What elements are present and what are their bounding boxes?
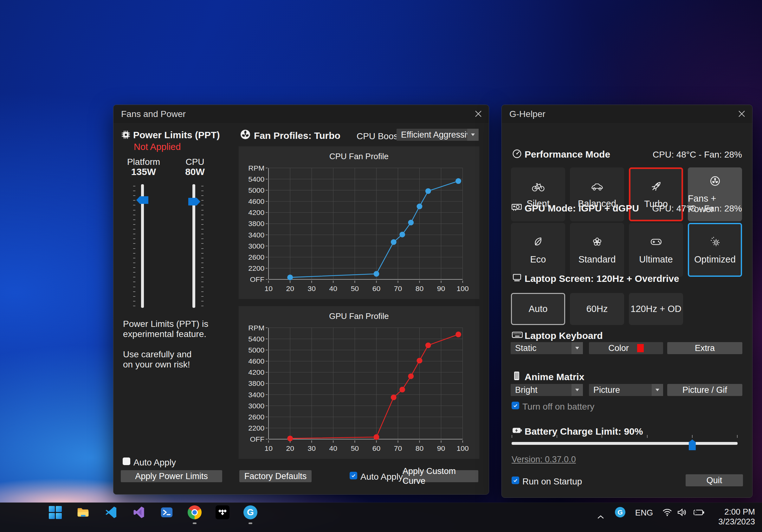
svg-text:70: 70	[394, 444, 402, 452]
speaker-icon[interactable]	[676, 507, 688, 517]
version-link[interactable]: Version: 0.37.0.0	[511, 455, 576, 465]
svg-text:OFF: OFF	[250, 275, 265, 283]
svg-text:3400: 3400	[248, 391, 265, 399]
svg-text:2600: 2600	[248, 413, 265, 421]
power-limits-status: Not Applied	[134, 142, 181, 152]
chevron-down-icon[interactable]	[652, 384, 663, 396]
ghelper-window-title: G-Helper	[509, 109, 546, 119]
leaf-icon	[532, 235, 545, 250]
svg-text:10: 10	[265, 284, 272, 293]
screen-button-auto[interactable]: Auto	[511, 293, 565, 325]
fans-window-titlebar[interactable]: Fans and Power	[114, 105, 489, 123]
gpu-mode-title: GPU Mode: iGPU + dGPU	[525, 203, 639, 214]
clock[interactable]: 2:00 PM 3/23/2023	[718, 507, 755, 527]
turn-off-on-battery-checkbox[interactable]	[511, 402, 519, 409]
gamepad-icon	[649, 235, 663, 250]
idea-gear-icon	[709, 235, 722, 250]
run-on-startup-checkbox[interactable]	[511, 477, 519, 484]
tray-chevron-up-icon[interactable]	[595, 512, 606, 522]
factory-defaults-button[interactable]: Factory Defaults	[239, 470, 312, 482]
svg-text:60: 60	[372, 284, 380, 293]
svg-text:80: 80	[416, 284, 423, 293]
cpu-boost-dropdown[interactable]: Efficient Aggressive	[397, 129, 479, 141]
power-auto-apply-checkbox[interactable]	[123, 458, 130, 465]
anime-content-dropdown[interactable]: Picture	[589, 384, 663, 396]
svg-text:RPM: RPM	[248, 324, 265, 332]
platform-label: Platform	[126, 157, 161, 167]
svg-text:30: 30	[308, 444, 316, 452]
svg-text:5400: 5400	[248, 175, 265, 183]
fan-icon	[709, 174, 722, 189]
start-button[interactable]	[48, 505, 62, 520]
svg-text:50: 50	[351, 284, 359, 293]
svg-text:20: 20	[286, 444, 294, 452]
clock-time: 2:00 PM	[718, 507, 755, 517]
language-indicator[interactable]: ENG	[635, 508, 653, 517]
gpu-button-standard[interactable]: Standard	[570, 223, 624, 277]
svg-text:4200: 4200	[248, 208, 265, 216]
power-auto-apply-label: Auto Apply	[133, 458, 176, 468]
vscode-icon[interactable]	[104, 505, 118, 520]
tidal-icon[interactable]	[215, 505, 230, 520]
power-limits-note: Power Limits (PPT) is experimental featu…	[123, 319, 208, 370]
close-icon[interactable]	[735, 108, 748, 120]
svg-text:5000: 5000	[248, 186, 265, 194]
screen-button-120hz-od[interactable]: 120Hz + OD	[629, 293, 683, 325]
anime-picture-gif-button[interactable]: Picture / Gif	[667, 384, 742, 396]
keyboard-color-button[interactable]: Color	[589, 342, 663, 354]
chevron-down-icon[interactable]	[572, 342, 583, 354]
svg-text:5000: 5000	[248, 346, 265, 354]
close-icon[interactable]	[472, 108, 485, 120]
platform-slider-thumb[interactable]	[136, 196, 148, 204]
keyboard-mode-dropdown[interactable]: Static	[511, 342, 583, 354]
taskbar: G G ENG 2:00 PM 3/23/2023	[0, 502, 762, 532]
terminal-icon[interactable]	[159, 505, 174, 520]
g-helper-tray-icon[interactable]: G	[615, 507, 625, 517]
gpu-temp-status: GPU: 47°C - Fan: 28%	[652, 203, 742, 214]
screen-button-60hz[interactable]: 60Hz	[570, 293, 624, 325]
svg-text:3800: 3800	[248, 219, 265, 228]
svg-text:3800: 3800	[248, 379, 265, 387]
performance-mode-title: Performance Mode	[525, 149, 610, 160]
file-explorer-icon[interactable]	[76, 505, 90, 520]
cpu-fan-chart[interactable]: OFF220026003000340038004200460050005400R…	[239, 146, 479, 299]
platform-value: 135W	[126, 167, 161, 177]
chevron-down-icon[interactable]	[572, 384, 583, 396]
svg-text:40: 40	[329, 444, 337, 452]
curve-auto-apply-checkbox[interactable]	[349, 472, 357, 479]
battery-slider-track[interactable]	[511, 442, 737, 445]
rocket-icon	[649, 180, 663, 194]
gpu-button-eco[interactable]: Eco	[511, 223, 565, 277]
turn-off-on-battery-label: Turn off on battery	[522, 402, 594, 412]
gpu-button-optimized[interactable]: Optimized	[688, 223, 742, 277]
keyboard-mode-value: Static	[511, 343, 572, 353]
fans-window-title: Fans and Power	[121, 109, 186, 119]
ghelper-window-titlebar[interactable]: G-Helper	[502, 105, 752, 123]
chrome-icon[interactable]	[187, 505, 202, 520]
svg-text:5400: 5400	[248, 335, 265, 343]
visual-studio-icon[interactable]	[131, 505, 146, 520]
svg-text:2200: 2200	[248, 264, 265, 272]
wifi-icon[interactable]	[662, 508, 673, 517]
laptop-screen-title: Laptop Screen: 120Hz + Overdrive	[525, 273, 679, 284]
g-helper-taskbar-icon[interactable]: G	[243, 505, 258, 520]
cpu-slider-thumb[interactable]	[188, 198, 200, 205]
svg-text:60: 60	[372, 444, 380, 452]
car-icon	[590, 180, 604, 194]
chevron-down-icon[interactable]	[467, 129, 479, 141]
fan-profiles-title: Fan Profiles: Turbo	[254, 130, 341, 141]
fans-power-window: Fans and Power Power Limits (PPT) Not Ap…	[113, 105, 489, 494]
keyboard-extra-button[interactable]: Extra	[667, 342, 742, 354]
gpu-button-ultimate[interactable]: Ultimate	[629, 223, 683, 277]
cpu-fan-chart-panel: OFF220026003000340038004200460050005400R…	[238, 146, 480, 299]
anime-brightness-dropdown[interactable]: Bright	[511, 384, 583, 396]
svg-text:4600: 4600	[248, 197, 265, 205]
battery-charging-icon[interactable]	[692, 508, 705, 517]
anime-content-value: Picture	[589, 385, 652, 395]
gpu-fan-chart[interactable]: OFF220026003000340038004200460050005400R…	[239, 306, 479, 459]
battery-slider-thumb[interactable]	[689, 439, 696, 450]
anime-matrix-title: Anime Matrix	[525, 372, 584, 382]
apply-power-limits-button[interactable]: Apply Power Limits	[121, 470, 222, 482]
quit-button[interactable]: Quit	[686, 474, 743, 486]
apply-custom-curve-button[interactable]: Apply Custom Curve	[403, 470, 478, 482]
